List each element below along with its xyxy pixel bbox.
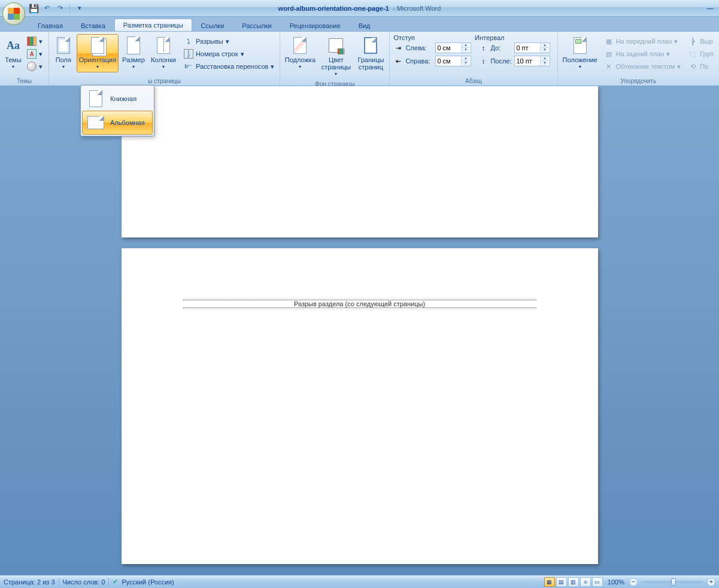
spacing-before-label: До:	[490, 44, 512, 51]
zoom-in-button[interactable]: +	[707, 578, 715, 586]
orientation-landscape-label: Альбомная	[110, 119, 145, 126]
text-wrap-button[interactable]: ✕Обтекание текстом ▾	[601, 60, 684, 72]
spin-down[interactable]: ▼	[462, 61, 469, 66]
watermark-label: Подложка	[285, 56, 315, 71]
indent-left-input[interactable]: ▲▼	[435, 42, 471, 53]
spacing-after-input[interactable]: ▲▼	[514, 56, 550, 66]
line-numbers-label: Номера строк	[196, 50, 238, 57]
office-logo-icon	[8, 8, 20, 20]
theme-colors-icon	[27, 36, 37, 46]
size-button[interactable]: Размер	[120, 34, 147, 72]
qat-separator	[69, 4, 70, 13]
titlebar: 💾 ↶ ↷ ▾ word-album-orientation-one-page-…	[0, 0, 719, 17]
view-draft-button[interactable]: ▭	[592, 577, 603, 587]
minimize-button[interactable]: —	[703, 4, 717, 13]
indent-right-row: ⇤ Справа: ▲▼	[392, 54, 472, 68]
breaks-button[interactable]: ⤵Разрывы ▾	[181, 35, 277, 47]
position-icon	[571, 36, 590, 55]
proofing-icon[interactable]: ✔	[113, 578, 118, 586]
hyphenation-icon: bᶜ⁻	[184, 62, 193, 71]
send-back-button[interactable]: ▧На задний план ▾	[601, 48, 684, 60]
bring-front-button[interactable]: ▦На передний план ▾	[601, 35, 684, 47]
group-icon: ⬚	[688, 49, 697, 59]
orientation-landscape-item[interactable]: Альбомная	[82, 111, 153, 135]
orientation-label: Ориентация	[79, 56, 116, 71]
hyphenation-button[interactable]: bᶜ⁻Расстановка переносов ▾	[181, 60, 277, 72]
tab-references[interactable]: Ссылки	[192, 19, 233, 32]
ribbon-tabs: Главная Вставка Разметка страницы Ссылки…	[0, 17, 719, 31]
view-fullscreen-button[interactable]: ▤	[556, 577, 567, 587]
orientation-button[interactable]: Ориентация	[77, 34, 119, 72]
undo-button[interactable]: ↶	[41, 2, 53, 14]
columns-button[interactable]: Колонки	[148, 34, 178, 72]
tab-view[interactable]: Вид	[350, 19, 380, 32]
status-sep	[59, 578, 59, 586]
spin-up[interactable]: ▲	[541, 43, 548, 48]
page-2[interactable]: Разрыв раздела (со следующей страницы)	[122, 248, 598, 564]
line-numbers-button[interactable]: 12Номера строк ▾	[181, 48, 277, 60]
group-objects-button[interactable]: ⬚Груп	[685, 48, 717, 60]
page-borders-button[interactable]: Границы страниц	[354, 34, 387, 72]
spin-up[interactable]: ▲	[462, 43, 469, 48]
page-color-button[interactable]: Цвет страницы	[318, 34, 353, 80]
status-language[interactable]: Русский (Россия)	[122, 578, 174, 586]
tab-review[interactable]: Рецензирование	[281, 19, 350, 32]
document-area[interactable]: Разрыв раздела (со следующей страницы)	[0, 86, 719, 575]
spin-down[interactable]: ▼	[462, 48, 469, 53]
undo-icon: ↶	[44, 4, 50, 12]
watermark-button[interactable]: Подложка	[283, 34, 317, 72]
zoom-slider[interactable]	[642, 581, 702, 583]
tab-home[interactable]: Главная	[29, 19, 72, 32]
zoom-out-button[interactable]: −	[629, 578, 638, 586]
group-arrange: Положение ▦На передний план ▾ ▧На задний…	[558, 32, 719, 86]
landscape-icon	[86, 113, 105, 132]
status-words[interactable]: Число слов: 0	[63, 578, 105, 586]
page-1[interactable]	[122, 86, 598, 237]
spin-up[interactable]: ▲	[462, 56, 469, 61]
theme-fonts-icon: A	[27, 49, 37, 59]
theme-effects-button[interactable]: ▾	[25, 60, 44, 72]
margins-button[interactable]: Поля	[51, 34, 75, 72]
theme-fonts-button[interactable]: A▾	[25, 48, 44, 60]
indent-right-icon: ⇤	[393, 56, 403, 66]
status-sep	[108, 578, 109, 586]
bring-front-label: На передний план	[616, 38, 672, 45]
page-color-icon	[326, 36, 345, 55]
spacing-before-row: ↕ До: ▲▼	[477, 41, 551, 54]
spacing-title: Интервал	[474, 34, 555, 41]
tab-mailings[interactable]: Рассылки	[233, 19, 280, 32]
align-button[interactable]: ┣Выр	[685, 35, 717, 47]
spin-down[interactable]: ▼	[541, 61, 548, 66]
themes-icon: Aa	[4, 36, 23, 55]
document-name: word-album-orientation-one-page-1	[278, 5, 389, 12]
tab-insert[interactable]: Вставка	[72, 19, 114, 32]
window-title: word-album-orientation-one-page-1 - Micr…	[278, 5, 441, 12]
zoom-slider-thumb[interactable]	[671, 578, 676, 586]
group-page-background: Подложка Цвет страницы Границы страниц Ф…	[280, 32, 390, 86]
rotate-button[interactable]: ⟲По	[685, 60, 717, 72]
view-outline-button[interactable]: ≡	[580, 577, 591, 587]
columns-label: Колонки	[151, 56, 176, 71]
qat-customize-button[interactable]: ▾	[74, 2, 86, 14]
themes-button[interactable]: Aa Темы	[2, 34, 24, 72]
page-color-label: Цвет страницы	[320, 56, 351, 78]
portrait-icon	[86, 89, 105, 108]
save-button[interactable]: 💾	[28, 2, 40, 14]
view-web-button[interactable]: ▥	[568, 577, 579, 587]
orientation-portrait-item[interactable]: Книжная	[82, 87, 153, 111]
position-button[interactable]: Положение	[560, 34, 600, 72]
status-page[interactable]: Страница: 2 из 3	[4, 578, 55, 586]
spacing-before-input[interactable]: ▲▼	[514, 42, 550, 53]
spin-up[interactable]: ▲	[541, 56, 548, 61]
theme-effects-icon	[27, 62, 37, 71]
spin-down[interactable]: ▼	[541, 48, 548, 53]
redo-button[interactable]: ↷	[54, 2, 66, 14]
text-wrap-icon: ✕	[604, 62, 614, 71]
view-print-layout-button[interactable]: ▦	[544, 577, 555, 587]
theme-colors-button[interactable]: ▾	[25, 35, 44, 47]
indent-right-input[interactable]: ▲▼	[435, 56, 471, 66]
breaks-label: Разрывы	[196, 38, 223, 45]
tab-page-layout[interactable]: Разметка страницы	[114, 19, 192, 32]
zoom-level[interactable]: 100%	[608, 578, 624, 586]
office-button[interactable]	[2, 2, 25, 25]
